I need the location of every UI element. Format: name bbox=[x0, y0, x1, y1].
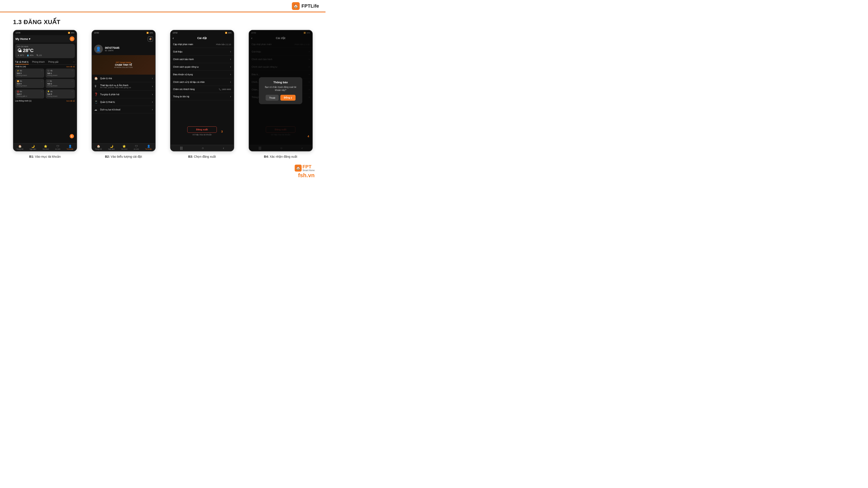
fpt-text-group: FPT Smart Home bbox=[303, 164, 315, 171]
nav2-favorites[interactable]: ⭐ Yêu thích bbox=[121, 145, 128, 150]
arrow-icon: › bbox=[152, 85, 153, 88]
step-badge-3: 3 bbox=[221, 130, 223, 133]
s2-id: ID: 15974 bbox=[105, 50, 120, 52]
caption-bold-1: B1: bbox=[29, 155, 34, 158]
arrow-icon: › bbox=[230, 73, 231, 76]
s3-logout-area: Đăng xuất Vô hiệu hóa tài khoản bbox=[170, 126, 234, 136]
fpt-logo-box: 🏠 FPT Smart Home bbox=[295, 164, 315, 171]
s2-banner: FPT Smart Home CHẠM TINH TẾ ATHENA COLLE… bbox=[92, 55, 155, 75]
step-badge-1: 1 bbox=[70, 134, 74, 138]
caption-text-2: Vào biểu tượng cài đặt bbox=[110, 155, 142, 158]
nav-favorites[interactable]: ⭐ Yêu thích bbox=[42, 145, 49, 150]
s1-city: Hồ Chí Minh bbox=[18, 45, 73, 48]
s1-plus-button[interactable]: + bbox=[70, 36, 74, 41]
menu-quan-ly-nha[interactable]: 🏠 Quản lý nhà › bbox=[92, 75, 155, 82]
nav2-scenarios[interactable]: 🌙 Ngữ cảnh bbox=[108, 145, 115, 150]
back-nav-icon: ||| bbox=[180, 146, 183, 150]
modal-text: Bạn có chắc muốn đăng xuất tài khoản này… bbox=[262, 86, 299, 92]
status-right-1: 📶 35% bbox=[68, 32, 74, 34]
setting-update[interactable]: Cập nhật phần mềm Phiên bản 2.2.10 bbox=[170, 41, 234, 48]
nav2-home[interactable]: 🏠 Trang chủ bbox=[95, 145, 102, 150]
phone-screen-1: 13:55 📶 35% My Home ▾ + Hồ Chí Mi bbox=[13, 30, 77, 152]
menu-thiet-lap[interactable]: 🎙 Thiết lập dịch vụ & Âm thanh Âm nhạc, … bbox=[92, 82, 155, 91]
fpt-text: FPT bbox=[302, 3, 311, 9]
cancel-button[interactable]: Thoát bbox=[266, 95, 279, 101]
confirm-modal: Thông báo Bạn có chắc muốn đăng xuất tài… bbox=[259, 77, 302, 104]
s1-xemtat[interactable]: Xem tất cả bbox=[66, 66, 75, 68]
arrow-icon: › bbox=[230, 65, 231, 68]
star-icon: ⭐ bbox=[44, 145, 47, 148]
nav-security[interactable]: 🛡 An ninh bbox=[55, 145, 60, 150]
s2-phone: 0974775445 bbox=[105, 46, 120, 50]
caption-bold-3: B3: bbox=[188, 155, 193, 158]
status-time-1: 13:55 bbox=[16, 32, 21, 34]
tab-all-devices[interactable]: Tất cả thiết bị bbox=[15, 59, 29, 64]
confirm-button[interactable]: Đồng ý bbox=[280, 95, 296, 101]
phone-card-1: 13:55 📶 35% My Home ▾ + Hồ Chí Mi bbox=[9, 30, 81, 159]
setting-contact[interactable]: Thông tin liên hệ › bbox=[170, 93, 234, 100]
s2-bottom-nav: 🏠 Trang chủ 🌙 Ngữ cảnh ⭐ Yêu thích 🛡 An … bbox=[92, 143, 155, 151]
s1-bottom-nav: 🏠 Trang chủ 🌙 Ngữ cảnh ⭐ Yêu thích 🛡 An … bbox=[13, 143, 76, 151]
caption-bold-2: B2: bbox=[105, 155, 110, 158]
menu-quan-ly-thiet-bi[interactable]: 📱 Quản lý thiết bị › bbox=[92, 98, 155, 106]
s2-user-info: 0974775445 ID: 15974 bbox=[105, 46, 120, 52]
header-logo: 🏠 FPTLife bbox=[292, 2, 319, 10]
page-title: 1.3 ĐĂNG XUẤT bbox=[0, 12, 326, 30]
home-icon: 🏠 bbox=[18, 145, 22, 148]
nav2-security[interactable]: 🛡 An ninh bbox=[134, 145, 139, 150]
s1-tabs: Tất cả thiết bị Phòng khách Phòng giải ·… bbox=[13, 59, 76, 65]
fpt-smart-home-logo: 🏠 FPT Smart Home fsh.vn bbox=[295, 164, 315, 179]
phone-screen-2: 13:52 📶 33% ⚙ 2 👤 0974775445 ID: 15 bbox=[92, 30, 156, 152]
s1-loa-row: Loa thông minh (1) Xem tất cả bbox=[13, 98, 76, 102]
modal-buttons: Thoát Đồng ý bbox=[262, 95, 299, 101]
caption-text-4: Xác nhận đăng xuất bbox=[269, 155, 297, 158]
step-badge-2: 2 bbox=[149, 36, 153, 41]
house-icon: 🏠 bbox=[94, 76, 98, 80]
main-content: 13:55 📶 35% My Home ▾ + Hồ Chí Mi bbox=[0, 30, 326, 167]
s1-app-header: My Home ▾ + bbox=[13, 35, 76, 42]
logout-button[interactable]: Đăng xuất bbox=[187, 126, 217, 133]
modal-overlay: Thông báo Bạn có chắc muốn đăng xuất tài… bbox=[249, 30, 312, 151]
arrow-icon: › bbox=[152, 100, 153, 103]
triangle-nav-icon: ‹ bbox=[223, 146, 224, 150]
list-item: ⭕ Tắt··· Nút 2 Phòng giải trí bbox=[15, 89, 44, 98]
nav2-account[interactable]: 👤 Tài khoản bbox=[145, 145, 152, 150]
s1-device-header: Thiết bị (18) Xem tất cả bbox=[13, 65, 76, 69]
setting-privacy[interactable]: Chính sách quyền riêng tư › bbox=[170, 63, 234, 71]
status-right-3: 📶 33% bbox=[225, 32, 231, 34]
setting-support[interactable]: Chăm sóc khách hàng 📞 1900 6600 bbox=[170, 86, 234, 93]
menu-cloud[interactable]: ☁ Dịch vụ lưu trữ cloud › bbox=[92, 106, 155, 113]
tab-living-room[interactable]: Phòng khách bbox=[32, 59, 45, 64]
account-active-icon: 👤 bbox=[147, 145, 150, 148]
caption-2: B2: Vào biểu tượng cài đặt bbox=[105, 155, 142, 159]
s1-weather-card: Hồ Chí Minh 🌤 28°C 🌡 28°C 💧 40% 🔌 1/1 bbox=[15, 44, 75, 58]
arrow-icon: › bbox=[230, 95, 231, 98]
tab-playroom[interactable]: Phòng giải bbox=[48, 59, 59, 64]
phone-card-2: 13:52 📶 33% ⚙ 2 👤 0974775445 ID: 15 bbox=[87, 30, 160, 159]
page-header: 🏠 FPTLife bbox=[0, 0, 326, 12]
nav-account[interactable]: 👤 Tài khoản bbox=[67, 145, 73, 150]
nav-home[interactable]: 🏠 Trang chủ bbox=[17, 145, 23, 150]
arrow-icon: › bbox=[152, 108, 153, 111]
fsh-url: fsh.vn bbox=[298, 172, 315, 179]
phone-card-3: 13:52 📶 33% ‹ Cài đặt Cập nhật phần mềm … bbox=[166, 30, 238, 159]
back-button[interactable]: ‹ bbox=[173, 36, 174, 40]
menu-tro-giup[interactable]: ❓ Trợ giúp & phản hồi › bbox=[92, 91, 155, 98]
setting-intro[interactable]: Giới thiệu › bbox=[170, 48, 234, 56]
list-item: ✳ Tắt··· Nút 2 Phòng khách bbox=[45, 79, 75, 88]
nav-scenarios[interactable]: 🌙 Ngữ cảnh bbox=[30, 145, 36, 150]
s2-header: ⚙ bbox=[92, 35, 155, 43]
modal-title: Thông báo bbox=[262, 81, 299, 84]
setting-data-policy[interactable]: Chính sách xử lý dữ liệu cá nhân › bbox=[170, 78, 234, 86]
s3-bottom-nav: ||| ○ ‹ bbox=[170, 145, 234, 151]
step-badge-4: 4 bbox=[308, 135, 309, 138]
tab-more[interactable]: ··· bbox=[73, 59, 75, 64]
fpt-logo-icon: 🏠 bbox=[292, 2, 300, 10]
caption-4: B4: Xác nhận đăng xuất bbox=[264, 155, 297, 159]
setting-terms[interactable]: Điều khoản sử dụng › bbox=[170, 71, 234, 78]
list-item: 📶 Tắt··· Nút 4 Phòng khách bbox=[15, 79, 44, 88]
caption-text-1: Vào mục tài khoản bbox=[34, 155, 61, 158]
setting-warranty[interactable]: Chính sách bảo hành › bbox=[170, 56, 234, 63]
disable-account[interactable]: Vô hiệu hóa tài khoản bbox=[192, 134, 212, 136]
s1-myhome: My Home ▾ bbox=[16, 37, 31, 40]
